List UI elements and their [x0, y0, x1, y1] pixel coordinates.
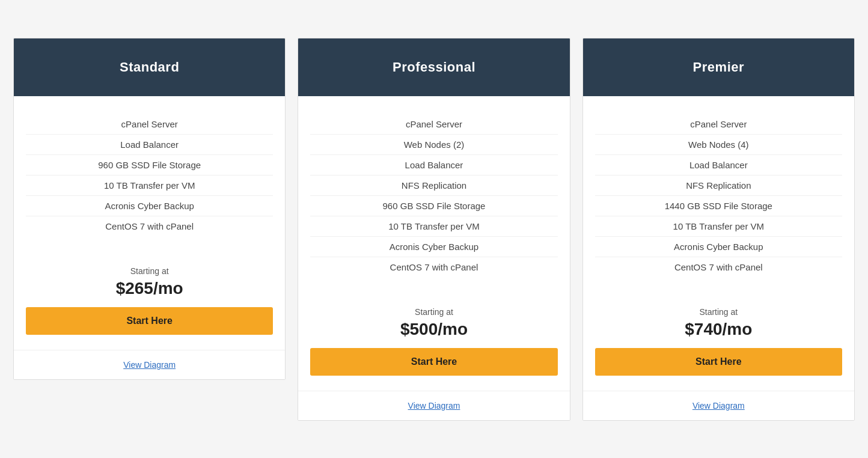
- feature-item: 960 GB SSD File Storage: [310, 196, 557, 216]
- pricing-container: StandardcPanel ServerLoad Balancer960 GB…: [13, 38, 855, 421]
- card-header-professional: Professional: [298, 38, 569, 96]
- view-diagram-link-professional[interactable]: View Diagram: [408, 401, 460, 411]
- feature-item: Acronis Cyber Backup: [310, 237, 557, 257]
- feature-item: 10 TB Transfer per VM: [310, 216, 557, 237]
- feature-item: 1440 GB SSD File Storage: [595, 196, 842, 216]
- card-footer-professional: View Diagram: [298, 391, 569, 420]
- view-diagram-link-premier[interactable]: View Diagram: [692, 401, 745, 411]
- feature-item: cPanel Server: [310, 114, 557, 135]
- card-footer-premier: View Diagram: [583, 391, 854, 420]
- plan-title-professional: Professional: [310, 60, 557, 75]
- pricing-card-standard: StandardcPanel ServerLoad Balancer960 GB…: [13, 38, 286, 380]
- price-standard: $265/mo: [26, 279, 273, 298]
- feature-item: 960 GB SSD File Storage: [26, 155, 273, 176]
- feature-item: Acronis Cyber Backup: [26, 196, 273, 216]
- pricing-section-standard: Starting at$265/mo: [26, 266, 273, 298]
- card-body-premier: cPanel ServerWeb Nodes (4)Load BalancerN…: [583, 96, 854, 391]
- feature-item: CentOS 7 with cPanel: [26, 216, 273, 236]
- price-professional: $500/mo: [310, 320, 557, 339]
- card-header-premier: Premier: [583, 38, 854, 96]
- plan-title-premier: Premier: [595, 60, 842, 75]
- starting-at-label-professional: Starting at: [310, 307, 557, 317]
- card-body-professional: cPanel ServerWeb Nodes (2)Load BalancerN…: [298, 96, 569, 391]
- card-header-standard: Standard: [14, 38, 285, 96]
- feature-item: Load Balancer: [310, 155, 557, 176]
- feature-item: Load Balancer: [26, 135, 273, 155]
- feature-item: 10 TB Transfer per VM: [595, 216, 842, 237]
- pricing-section-premier: Starting at$740/mo: [595, 307, 842, 339]
- feature-item: cPanel Server: [595, 114, 842, 135]
- start-button-premier[interactable]: Start Here: [595, 348, 842, 376]
- pricing-card-professional: ProfessionalcPanel ServerWeb Nodes (2)Lo…: [298, 38, 570, 421]
- feature-item: NFS Replication: [310, 176, 557, 196]
- card-body-standard: cPanel ServerLoad Balancer960 GB SSD Fil…: [14, 96, 285, 350]
- view-diagram-link-standard[interactable]: View Diagram: [123, 360, 176, 370]
- features-list-premier: cPanel ServerWeb Nodes (4)Load BalancerN…: [595, 114, 842, 277]
- feature-item: Acronis Cyber Backup: [595, 237, 842, 257]
- feature-item: CentOS 7 with cPanel: [595, 257, 842, 277]
- pricing-section-professional: Starting at$500/mo: [310, 307, 557, 339]
- feature-item: Web Nodes (4): [595, 135, 842, 155]
- starting-at-label-standard: Starting at: [26, 266, 273, 276]
- starting-at-label-premier: Starting at: [595, 307, 842, 317]
- feature-item: cPanel Server: [26, 114, 273, 135]
- start-button-standard[interactable]: Start Here: [26, 307, 273, 335]
- feature-item: 10 TB Transfer per VM: [26, 176, 273, 196]
- card-footer-standard: View Diagram: [14, 350, 285, 379]
- features-list-standard: cPanel ServerLoad Balancer960 GB SSD Fil…: [26, 114, 273, 236]
- price-premier: $740/mo: [595, 320, 842, 339]
- feature-item: CentOS 7 with cPanel: [310, 257, 557, 277]
- feature-item: Web Nodes (2): [310, 135, 557, 155]
- features-list-professional: cPanel ServerWeb Nodes (2)Load BalancerN…: [310, 114, 557, 277]
- plan-title-standard: Standard: [26, 60, 273, 75]
- pricing-card-premier: PremiercPanel ServerWeb Nodes (4)Load Ba…: [582, 38, 855, 421]
- start-button-professional[interactable]: Start Here: [310, 348, 557, 376]
- feature-item: Load Balancer: [595, 155, 842, 176]
- feature-item: NFS Replication: [595, 176, 842, 196]
